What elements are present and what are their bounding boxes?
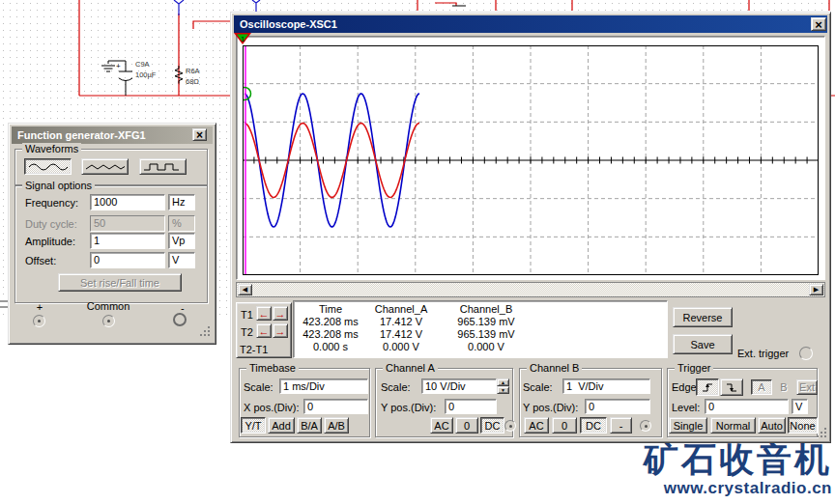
fg-titlebar[interactable]: Function generator-XFG1 [12, 126, 213, 144]
amplitude-label: Amplitude: [25, 236, 75, 247]
t1-right-arrow-button[interactable]: → [273, 306, 288, 321]
rising-edge-icon [701, 381, 714, 394]
ext-trigger-radio[interactable] [799, 347, 813, 360]
timebase-legend: Timebase [246, 362, 299, 374]
channel-b-dc-button[interactable]: DC [580, 417, 607, 434]
ext-trigger-label: Ext. trigger [737, 348, 789, 359]
set-rise-fall-button: Set rise/Fall time [58, 273, 182, 292]
yt-mode-button[interactable]: Y/T [241, 417, 266, 434]
trigger-source-ext-button[interactable]: Ext [796, 379, 818, 395]
timebase-scale-label: Scale: [244, 381, 274, 393]
readout-panel: Time Channel_A Channel_B 423.208 ms 17.4… [293, 300, 668, 358]
triangle-wave-button[interactable] [81, 158, 129, 175]
dt-time: 0.000 s [300, 341, 361, 353]
trigger-level-field[interactable]: 0 [705, 399, 789, 414]
add-mode-button[interactable]: Add [268, 417, 295, 434]
channel-b-legend: Channel B [527, 362, 582, 374]
scope-scrollbar[interactable]: ◀ ▶ [236, 282, 825, 297]
readout-header-time: Time [300, 303, 361, 316]
channel-a-dc-button[interactable]: DC [480, 417, 504, 434]
square-wave-button[interactable] [139, 158, 187, 175]
offset-unit[interactable]: V [168, 252, 195, 268]
channel-a-ypos-label: Y pos.(Div): [381, 402, 436, 413]
fg-resize-grip[interactable] [200, 334, 202, 336]
trigger-normal-button[interactable]: Normal [710, 417, 756, 434]
capacitor-ref: C9A [135, 60, 150, 69]
scope-plot [243, 45, 819, 275]
trigger-source-a-button[interactable]: A [751, 379, 772, 395]
t2-time: 423.208 ms [300, 328, 361, 341]
trigger-none-button[interactable]: None [788, 417, 818, 434]
frequency-label: Frequency: [25, 197, 78, 209]
channel-a-scale-field[interactable]: 10 V/Div [421, 378, 497, 394]
trigger-level-unit[interactable]: V [792, 399, 808, 414]
offset-field[interactable]: 0 [90, 252, 165, 268]
rising-edge-button[interactable] [696, 378, 719, 396]
channel-b-zero-button[interactable]: 0 [552, 417, 577, 434]
channel-a-group: Channel A Scale: 10 V/Div ▲ ▼ Y pos.(Div… [375, 368, 513, 437]
t1-left-arrow-button[interactable]: ← [256, 306, 272, 321]
amplitude-unit[interactable]: Vp [168, 233, 195, 249]
watermark: 矿石收音机 www.crystalradio.cn [644, 442, 832, 496]
t2-left-arrow-button[interactable]: ← [256, 323, 272, 338]
resistor-value: 68Ω [186, 77, 199, 86]
resistor-ref: R6A [186, 67, 200, 75]
channel-a-ac-button[interactable]: AC [430, 417, 453, 434]
common-terminal-radio[interactable] [102, 315, 115, 327]
sine-wave-button[interactable] [24, 158, 72, 175]
channel-a-radio[interactable] [504, 420, 516, 432]
plus-terminal-label: + [34, 301, 45, 313]
spinner-down-icon[interactable]: ▼ [497, 386, 509, 394]
trigger-source-b-button[interactable]: B [773, 379, 794, 395]
watermark-title: 矿石收音机 [644, 442, 832, 477]
channel-b-scale-field[interactable]: 1 V/Div [562, 378, 650, 394]
channel-b-ypos-field[interactable]: 0 [585, 399, 650, 414]
trigger-level-label: Level: [672, 402, 700, 413]
trigger-group: Trigger Edge: A B Ext Level: 0 V Single … [667, 368, 818, 437]
cursor-controls: T1 ← → T2 ← → T2-T1 [236, 302, 292, 358]
minus-terminal-radio[interactable] [173, 313, 187, 326]
resistor-symbol [175, 66, 183, 84]
frequency-field[interactable]: 1000 [90, 194, 165, 210]
trigger-cursor-marker[interactable]: 1 [233, 32, 252, 45]
dt-channel-b: 0.000 V [441, 341, 532, 353]
cursor-marker-number: 1 [241, 35, 245, 43]
trigger-auto-button[interactable]: Auto [758, 417, 786, 434]
t2-right-arrow-button[interactable]: → [273, 323, 288, 338]
watermark-url: www.crystalradio.cn [644, 480, 832, 496]
channel-a-scale-label: Scale: [381, 381, 411, 393]
t1-channel-a: 17.412 V [361, 316, 441, 328]
scrollbar-left-icon[interactable]: ◀ [238, 284, 252, 295]
osc-window-title: Oscilloscope-XSC1 [240, 18, 337, 30]
osc-titlebar[interactable]: Oscilloscope-XSC1 [234, 15, 827, 33]
channel-b-group: Channel B Scale: 1 V/Div Y pos.(Div): 0 … [519, 368, 662, 437]
falling-edge-button[interactable] [720, 378, 743, 396]
channel-a-ypos-field[interactable]: 0 [445, 399, 497, 414]
fg-close-icon[interactable]: × [192, 128, 207, 141]
channel-b-ac-button[interactable]: AC [524, 417, 549, 434]
spinner-up-icon[interactable]: ▲ [497, 378, 509, 386]
osc-close-icon[interactable]: × [811, 17, 826, 31]
plus-terminal-radio[interactable] [33, 315, 45, 327]
osc-resize-grip[interactable] [817, 435, 819, 437]
scrollbar-right-icon[interactable]: ▶ [809, 284, 823, 295]
channel-b-minus-button[interactable]: - [610, 417, 632, 434]
save-button[interactable]: Save [673, 334, 733, 354]
frequency-unit[interactable]: Hz [168, 194, 195, 210]
oscilloscope-window: Oscilloscope-XSC1 × 1 ◀ ▶ T1 ← → T2 ← → … [230, 12, 831, 443]
duty-cycle-field: 50 [90, 215, 165, 232]
channel-b-radio[interactable] [640, 420, 651, 432]
ba-mode-button[interactable]: B/A [297, 417, 322, 434]
timebase-scale-field[interactable]: 1 ms/Div [279, 378, 368, 394]
channel-a-legend: Channel A [383, 362, 438, 374]
ab-mode-button[interactable]: A/B [324, 417, 349, 434]
t1-channel-b: 965.139 mV [441, 316, 532, 328]
channel-b-scale-label: Scale: [523, 381, 553, 393]
timebase-xpos-field[interactable]: 0 [303, 399, 368, 414]
amplitude-field[interactable]: 1 [90, 233, 165, 249]
readout-header-channel-a: Channel_A [361, 303, 441, 316]
trigger-single-button[interactable]: Single [669, 417, 707, 434]
channel-a-zero-button[interactable]: 0 [455, 417, 478, 434]
trigger-legend: Trigger [675, 362, 713, 374]
reverse-button[interactable]: Reverse [673, 307, 733, 327]
